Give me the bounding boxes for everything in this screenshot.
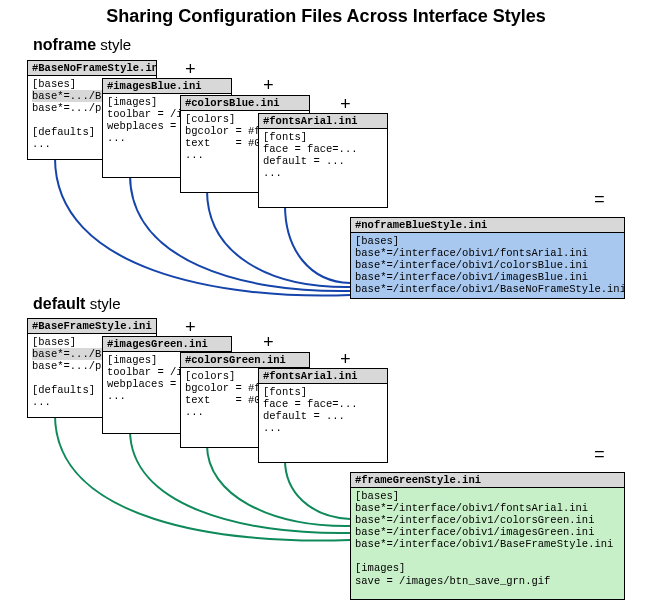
- file-header: #fontsArial.ini: [259, 369, 387, 384]
- file-header: #colorsGreen.ini: [181, 353, 309, 368]
- plus-op: +: [185, 318, 196, 338]
- plus-op: +: [340, 350, 351, 370]
- file-fonts-arial-2: #fontsArial.ini [fonts] face = face=... …: [258, 368, 388, 463]
- plus-op: +: [185, 60, 196, 80]
- file-header: #frameGreenStyle.ini: [351, 473, 624, 488]
- equals-op: =: [594, 190, 605, 210]
- file-header: #imagesGreen.ini: [103, 337, 231, 352]
- plus-op: +: [263, 333, 274, 353]
- file-header: #colorsBlue.ini: [181, 96, 309, 111]
- file-fonts-arial-1: #fontsArial.ini [fonts] face = face=... …: [258, 113, 388, 208]
- file-result-noframe: #noframeBlueStyle.ini [bases] base*=/int…: [350, 217, 625, 299]
- section-label-default: default style: [33, 295, 120, 313]
- plus-op: +: [263, 76, 274, 96]
- file-header: #BaseFrameStyle.ini: [28, 319, 156, 334]
- file-header: #imagesBlue.ini: [103, 79, 231, 94]
- plus-op: +: [340, 95, 351, 115]
- file-header: #fontsArial.ini: [259, 114, 387, 129]
- file-body: [bases] base*=/interface/obiv1/fontsAria…: [351, 233, 624, 298]
- file-body: [fonts] face = face=... default = ... ..…: [259, 129, 387, 182]
- diagram-canvas: Sharing Configuration Files Across Inter…: [0, 0, 652, 614]
- file-header: #noframeBlueStyle.ini: [351, 218, 624, 233]
- file-header: #BaseNoFrameStyle.ini: [28, 61, 156, 76]
- file-body: [bases] base*=/interface/obiv1/fontsAria…: [351, 488, 624, 590]
- file-result-default: #frameGreenStyle.ini [bases] base*=/inte…: [350, 472, 625, 600]
- file-body: [fonts] face = face=... default = ... ..…: [259, 384, 387, 437]
- diagram-title: Sharing Configuration Files Across Inter…: [0, 6, 652, 27]
- section-label-noframe: noframe style: [33, 36, 131, 54]
- equals-op: =: [594, 445, 605, 465]
